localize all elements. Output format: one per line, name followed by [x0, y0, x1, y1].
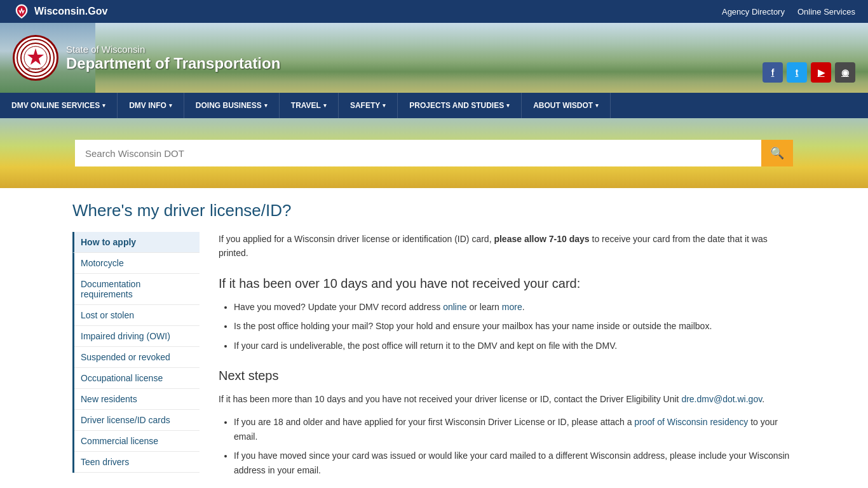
sidebar-item-new-residents[interactable]: New residents	[74, 389, 200, 410]
sidebar-nav: How to applyMotorcycleDocumentation requ…	[72, 232, 200, 473]
sidebar-item-occupational-license[interactable]: Occupational license	[74, 368, 200, 389]
agency-logo: WISCONSIN DOT State of Wisconsin Departm…	[13, 35, 280, 81]
chevron-down-icon: ▾	[102, 102, 105, 109]
twitter-icon[interactable]: t	[787, 62, 807, 83]
search-input[interactable]	[75, 140, 761, 166]
hero-search: 🔍	[0, 118, 868, 188]
nav-item-doing-business[interactable]: DOING BUSINESS▾	[184, 93, 280, 118]
header-banner: WISCONSIN DOT State of Wisconsin Departm…	[0, 23, 868, 93]
content-wrapper: Where's my driver license/ID? How to app…	[0, 188, 868, 488]
chevron-down-icon: ▾	[383, 102, 386, 109]
page-title: Where's my driver license/ID?	[72, 201, 796, 220]
social-icons: f t ▶ ◉	[763, 62, 855, 83]
sidebar-item-commercial-license[interactable]: Commercial license	[74, 431, 200, 452]
sidebar-item-documentation-requirements[interactable]: Documentation requirements	[74, 274, 200, 305]
youtube-icon[interactable]: ▶	[811, 62, 831, 83]
next-steps-heading: Next steps	[219, 365, 796, 386]
chevron-down-icon: ▾	[169, 102, 172, 109]
main-nav: DMV ONLINE SERVICES▾DMV INFO▾DOING BUSIN…	[0, 93, 868, 118]
top-bar: Wisconsin.Gov Agency Directory Online Se…	[0, 0, 868, 23]
nav-item-about-wisdot[interactable]: ABOUT WISDOT▾	[522, 93, 611, 118]
sidebar-item-how-to-apply[interactable]: How to apply	[72, 232, 200, 253]
dot-seal-inner: WISCONSIN DOT	[17, 39, 55, 77]
sidebar-item-suspended-or-revoked[interactable]: Suspended or revoked	[74, 347, 200, 368]
list-item: Is the post office holding your mail? St…	[234, 319, 796, 333]
sidebar-item-teen-drivers[interactable]: Teen drivers	[74, 452, 200, 473]
svg-text:WISCONSIN DOT: WISCONSIN DOT	[25, 67, 46, 71]
nav-item-travel[interactable]: TRAVEL▾	[280, 93, 339, 118]
podcast-icon[interactable]: ◉	[835, 62, 855, 83]
over10-heading: If it has been over 10 days and you have…	[219, 273, 796, 294]
chevron-down-icon: ▾	[323, 102, 327, 109]
search-icon: 🔍	[770, 146, 784, 160]
search-button[interactable]: 🔍	[761, 140, 793, 166]
online-link[interactable]: online	[443, 302, 466, 312]
top-links: Agency Directory Online Services	[722, 7, 855, 17]
nav-item-projects-and-studies[interactable]: PROJECTS AND STUDIES▾	[398, 93, 522, 118]
next-steps-paragraph: If it has been more than 10 days and you…	[219, 392, 796, 406]
over10-list: Have you moved? Update your DMV record a…	[234, 300, 796, 353]
proof-residency-link[interactable]: proof of Wisconsin residency	[634, 417, 748, 427]
more-link[interactable]: more	[502, 302, 522, 312]
search-bar-container: 🔍	[75, 140, 793, 166]
list-item: Have you moved? Update your DMV record a…	[234, 300, 796, 314]
content-area: Where's my driver license/ID? How to app…	[72, 188, 796, 488]
intro-paragraph: If you applied for a Wisconsin driver li…	[219, 232, 796, 261]
dot-seal-graphic: WISCONSIN DOT	[20, 42, 51, 74]
dot-seal: WISCONSIN DOT	[13, 35, 58, 81]
sidebar-item-impaired-driving-owi[interactable]: Impaired driving (OWI)	[74, 326, 200, 347]
dre-email-link[interactable]: dre.dmv@dot.wi.gov	[681, 394, 762, 404]
sidebar-item-motorcycle[interactable]: Motorcycle	[74, 253, 200, 274]
next-steps-list: If you are 18 and older and have applied…	[234, 415, 796, 477]
chevron-down-icon: ▾	[264, 102, 268, 109]
list-item: If your card is undeliverable, the post …	[234, 339, 796, 353]
online-services-link[interactable]: Online Services	[797, 7, 855, 17]
sidebar-item-driver-license/id-cards[interactable]: Driver license/ID cards	[74, 410, 200, 431]
wi-gov-logo[interactable]: Wisconsin.Gov	[13, 3, 107, 20]
agency-directory-link[interactable]: Agency Directory	[722, 7, 785, 17]
chevron-down-icon: ▾	[506, 102, 510, 109]
nav-item-dmv-online-services[interactable]: DMV ONLINE SERVICES▾	[0, 93, 118, 118]
sidebar-item-lost-or-stolen[interactable]: Lost or stolen	[74, 305, 200, 326]
agency-name: State of Wisconsin Department of Transpo…	[66, 44, 280, 72]
list-item: If you have moved since your card was is…	[234, 449, 796, 477]
chevron-down-icon: ▾	[595, 102, 599, 109]
nav-item-safety[interactable]: SAFETY▾	[339, 93, 398, 118]
wi-gov-icon	[13, 3, 31, 20]
list-item: If you are 18 and older and have applied…	[234, 415, 796, 444]
sidebar: How to applyMotorcycleDocumentation requ…	[72, 232, 200, 486]
content-layout: How to applyMotorcycleDocumentation requ…	[72, 232, 796, 486]
facebook-icon[interactable]: f	[763, 62, 783, 83]
main-content: If you applied for a Wisconsin driver li…	[219, 232, 796, 486]
nav-item-dmv-info[interactable]: DMV INFO▾	[118, 93, 184, 118]
